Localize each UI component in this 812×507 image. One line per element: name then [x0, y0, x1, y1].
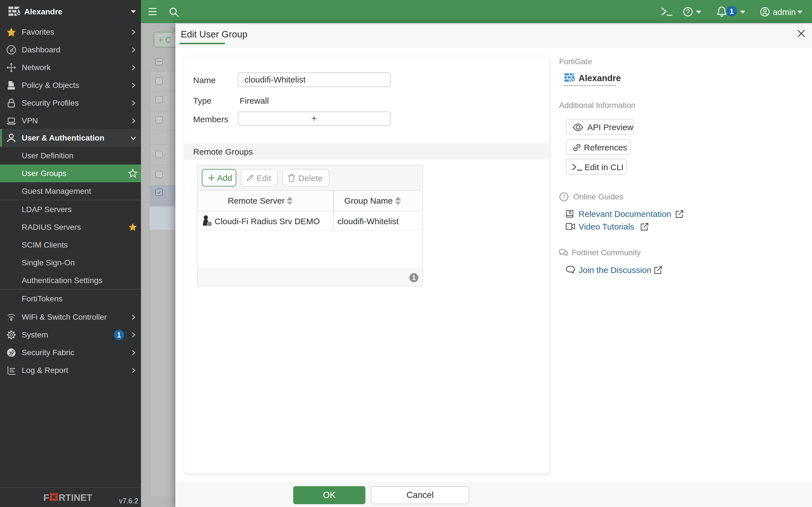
svg-text:?: ?: [562, 194, 565, 200]
svg-text:?: ?: [686, 8, 690, 15]
svg-text:F: F: [44, 492, 49, 502]
svg-text:RTINET: RTINET: [59, 492, 92, 502]
svg-text:R: R: [208, 222, 211, 226]
